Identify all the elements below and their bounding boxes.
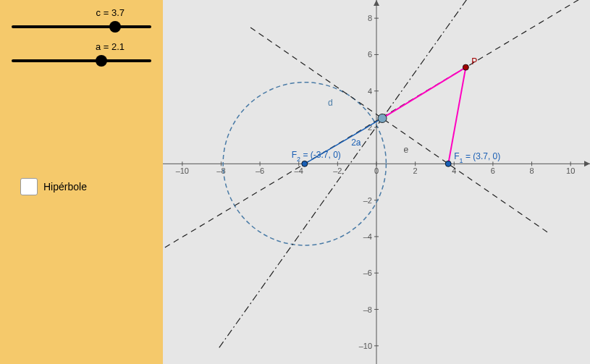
x-tick-label: 2: [413, 166, 418, 175]
slider-c-label: c = 3.7: [6, 7, 157, 18]
label-p: P: [471, 56, 477, 67]
x-tick-label: –10: [176, 166, 189, 175]
perp-bisector: [219, 0, 546, 347]
y-tick-label: –8: [363, 305, 372, 314]
segment-m-p: [382, 67, 465, 118]
label-f1: F1 = (3.7, 0): [454, 151, 500, 164]
point-p[interactable]: [463, 64, 468, 70]
sidebar: c = 3.7 a = 2.1 Hipérbole: [0, 0, 163, 364]
y-axis-arrow: [374, 0, 379, 6]
slider-a-label: a = 2.1: [6, 41, 157, 52]
line-f1-m: [250, 27, 547, 232]
checkbox-hiperbole-label: Hipérbole: [43, 181, 87, 192]
slider-c-thumb[interactable]: [109, 21, 121, 33]
x-tick-label: –4: [295, 166, 303, 175]
slider-a-thumb[interactable]: [96, 55, 107, 67]
checkbox-hiperbole-row: Hipérbole: [6, 178, 157, 195]
label-2a: 2a: [351, 137, 361, 148]
point-f1[interactable]: [445, 161, 451, 166]
x-tick-label: 6: [491, 166, 495, 175]
checkbox-hiperbole[interactable]: [20, 178, 38, 195]
x-tick-label: –8: [216, 166, 225, 175]
slider-c: c = 3.7: [6, 7, 157, 28]
x-tick-label: –6: [256, 166, 264, 175]
plot-area[interactable]: –10–8–6–4–20246810–10–8–6–4–22468d2aeF2 …: [163, 0, 590, 364]
y-tick-label: 8: [368, 14, 372, 22]
point-m[interactable]: [378, 114, 387, 122]
x-tick-label: 8: [529, 166, 534, 175]
slider-a: a = 2.1: [6, 41, 157, 62]
y-tick-label: 6: [368, 50, 372, 59]
y-tick-label: –6: [363, 268, 372, 277]
x-tick-label: 10: [566, 166, 575, 175]
label-f2: F2 = (-3.7, 0): [292, 150, 341, 163]
y-tick-label: –10: [359, 342, 372, 350]
x-tick-label: 0: [374, 166, 379, 175]
slider-a-track[interactable]: [12, 59, 151, 62]
y-tick-label: –2: [363, 196, 372, 205]
point-f2[interactable]: [302, 161, 308, 166]
y-tick-label: 4: [368, 87, 372, 96]
segment-p-f1: [448, 67, 465, 164]
x-axis-arrow: [584, 161, 590, 166]
label-e: e: [404, 145, 409, 155]
x-tick-label: –2: [333, 166, 342, 175]
slider-c-track[interactable]: [12, 25, 151, 28]
circle-label: d: [328, 98, 333, 108]
plot-svg[interactable]: –10–8–6–4–20246810–10–8–6–4–22468d2aeF2 …: [163, 0, 590, 364]
y-tick-label: –4: [363, 232, 372, 241]
